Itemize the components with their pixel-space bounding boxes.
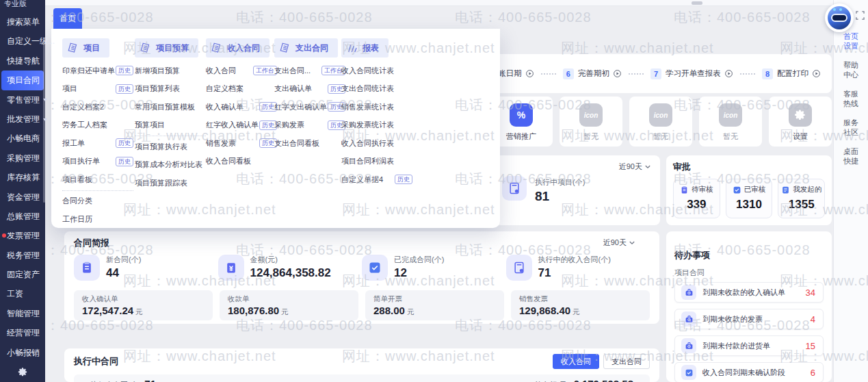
assistant-robot-icon[interactable]: [825, 3, 854, 32]
brief-stat-新合同(个)[interactable]: 新合同(个)44: [74, 255, 218, 281]
sidebar-item-搜索菜单[interactable]: 搜索菜单: [0, 12, 45, 31]
menu-item[interactable]: 收入合同工作台: [206, 66, 277, 76]
brief-stat-金额(元)[interactable]: 金额(元)124,864,358.82: [218, 255, 363, 281]
contract-brief-title: 合同简报: [74, 237, 650, 249]
menu-item[interactable]: 收入确认单历史: [206, 102, 277, 112]
menu-item[interactable]: 项目看板: [62, 175, 133, 185]
menu-item[interactable]: 采购发票统计表: [341, 120, 412, 130]
sidebar-item-项目合同[interactable]: 项目合同: [1, 71, 44, 90]
sidebar-scrollbar[interactable]: [43, 40, 45, 203]
sidebar-item-小畅报销[interactable]: 小畅报销: [0, 343, 45, 362]
sidebar-item-资金管理[interactable]: 资金管理: [0, 188, 45, 207]
menu-category-收入合同[interactable]: 收入合同: [206, 38, 269, 58]
sidebar-item-总账管理[interactable]: 总账管理: [0, 207, 45, 226]
menu-item[interactable]: 项目预算执行表: [135, 142, 206, 152]
tab-home[interactable]: 首页: [53, 8, 82, 29]
shortcut-card-暂无[interactable]: icon暂无: [629, 97, 692, 147]
menu-item[interactable]: 新增项目预算: [135, 66, 206, 76]
expense-contract-button[interactable]: 支出合同: [603, 354, 650, 369]
menu-item[interactable]: 合同分类: [62, 196, 133, 206]
menu-item[interactable]: 收入合同统计表: [341, 66, 412, 76]
menu-category-项目预算[interactable]: 项目预算: [135, 38, 198, 58]
brief-stat-value: 44: [106, 266, 141, 280]
sidebar-item-税务管理[interactable]: 税务管理: [0, 246, 45, 265]
rail-item-帮助中心[interactable]: 帮助中心: [841, 60, 861, 79]
shortcut-card-暂无[interactable]: icon暂无: [560, 97, 622, 147]
menu-item[interactable]: 支出合同...工作台: [274, 66, 345, 76]
menu-item[interactable]: 收入合同看板: [206, 156, 277, 166]
menu-item[interactable]: 自定义单据4历史: [341, 175, 412, 185]
sidebar-item-快捷导航[interactable]: 快捷导航: [0, 51, 45, 71]
menu-item[interactable]: 报工单历史: [62, 138, 133, 149]
menu-item[interactable]: 工作日历: [62, 214, 133, 225]
brief-substat-收款单[interactable]: 收款单180,876.80元: [220, 290, 358, 320]
menu-divider: [135, 136, 206, 136]
menu-item[interactable]: 项目预算跟踪表: [135, 178, 206, 188]
shortcut-card-暂无[interactable]: icon暂无: [699, 97, 762, 147]
menu-item[interactable]: 销售发票历史: [206, 138, 277, 149]
sidebar-gear-icon[interactable]: [0, 367, 45, 380]
menu-item[interactable]: 预算项目: [135, 120, 206, 130]
menu-category-报表[interactable]: 报表: [341, 38, 389, 58]
todo-item-收入合同到期未确认阶段[interactable]: 收入合同到期未确认阶段6: [674, 362, 824, 382]
range-selector[interactable]: 近90天: [619, 162, 650, 172]
menu-item[interactable]: 劳务工人档案: [62, 120, 133, 130]
approval-stat-我发起的[interactable]: 我发起的1355: [778, 179, 825, 218]
sidebar-item-采购管理[interactable]: 采购管理: [0, 149, 45, 168]
sidebar-item-小畅电商[interactable]: 小畅电商: [0, 129, 45, 148]
menu-item[interactable]: 项目执行单历史: [62, 156, 133, 166]
sidebar-item-经营管理[interactable]: 经营管理: [0, 323, 45, 342]
menu-item[interactable]: 红字支出确认单历史: [274, 102, 345, 112]
sidebar-item-零售管理[interactable]: 零售管理: [0, 90, 45, 110]
menu-item[interactable]: 支出合同看板: [274, 138, 345, 149]
sidebar-item-工资[interactable]: 工资: [0, 284, 45, 303]
onboarding-step[interactable]: 7学习开单查报表: [650, 68, 733, 79]
sidebar-item-发票管理[interactable]: 发票管理: [0, 226, 45, 245]
menu-item[interactable]: 自定义档案2: [62, 102, 133, 112]
menu-item[interactable]: 支出确认单历史: [274, 84, 345, 94]
substat-unit: 元: [135, 307, 143, 316]
todo-item-到期未收款的发票[interactable]: 到期未收款的发票4: [674, 309, 824, 329]
approval-stat-待审核[interactable]: 待审核339: [673, 179, 720, 218]
fullscreen-icon[interactable]: [856, 10, 865, 23]
menu-item[interactable]: 红字收入确认单历史: [206, 120, 277, 130]
rail-item-服务社区[interactable]: 服务社区: [841, 118, 861, 137]
rail-item-桌面快捷[interactable]: 桌面快捷: [841, 147, 861, 166]
brief-substat-收入确认单[interactable]: 收入确认单172,547.24元: [74, 290, 213, 320]
brief-substat-简单开票[interactable]: 简单开票288.00元: [365, 290, 504, 320]
menu-item[interactable]: 预算成本分析对比表: [135, 160, 206, 170]
range-selector[interactable]: 近90天: [603, 238, 635, 248]
shortcut-card-设置[interactable]: 设置: [769, 97, 832, 147]
todo-item-到期未付款的进货单[interactable]: 到期未付款的进货单15: [674, 335, 824, 356]
menu-item[interactable]: 项目预算列表: [135, 84, 206, 94]
menu-item[interactable]: 自定义档案: [206, 84, 277, 94]
rail-item-首页设置[interactable]: 首页设置: [841, 31, 861, 51]
doc-stack-icon: [140, 42, 152, 54]
sidebar-item-库存核算[interactable]: 库存核算: [0, 168, 45, 187]
brief-stat-执行中的收入合同(个)[interactable]: 执行中的收入合同(个)71: [506, 255, 650, 281]
menu-item[interactable]: 项目历史: [62, 84, 133, 94]
step-label: 学习开单查报表: [666, 68, 721, 79]
menu-category-支出合同[interactable]: 支出合同: [274, 38, 338, 58]
rail-item-客服热线[interactable]: 客服热线: [841, 89, 861, 108]
income-contract-button[interactable]: 收入合同: [553, 354, 599, 369]
todo-item-到期未收款的收入确认单[interactable]: 到期未收款的收入确认单34: [674, 282, 824, 303]
menu-item[interactable]: 销售发票统计表: [341, 102, 412, 112]
menu-item[interactable]: 收入合同执行表: [341, 138, 412, 149]
menu-item[interactable]: 项目合同利润表: [341, 156, 412, 166]
sidebar-item-自定义一级...[interactable]: 自定义一级...: [0, 31, 45, 51]
menu-item[interactable]: 支出合同统计表: [341, 84, 412, 94]
executing-projects-metric[interactable]: 执行中项目(个) 81: [535, 177, 585, 204]
sidebar-item-智能管理[interactable]: 智能管理: [0, 304, 45, 323]
onboarding-step[interactable]: 6完善期初: [563, 68, 622, 79]
menu-category-项目[interactable]: 项目: [62, 38, 109, 58]
approval-stat-已审核[interactable]: 已审核1310: [726, 179, 773, 218]
brief-stat-已完成合同(个)[interactable]: 已完成合同(个)12: [362, 255, 506, 281]
menu-item[interactable]: 常用项目预算模板: [135, 102, 206, 112]
menu-item[interactable]: 采购发票历史: [274, 120, 345, 130]
sidebar-item-批发管理[interactable]: 批发管理: [0, 110, 45, 129]
sidebar-item-固定资产[interactable]: 固定资产: [0, 265, 45, 284]
menu-item[interactable]: 印章归还申请单历史: [62, 66, 133, 76]
onboarding-step[interactable]: 8配置打印: [762, 68, 821, 79]
brief-substat-销售发票[interactable]: 销售发票129,868.40元: [511, 290, 650, 320]
